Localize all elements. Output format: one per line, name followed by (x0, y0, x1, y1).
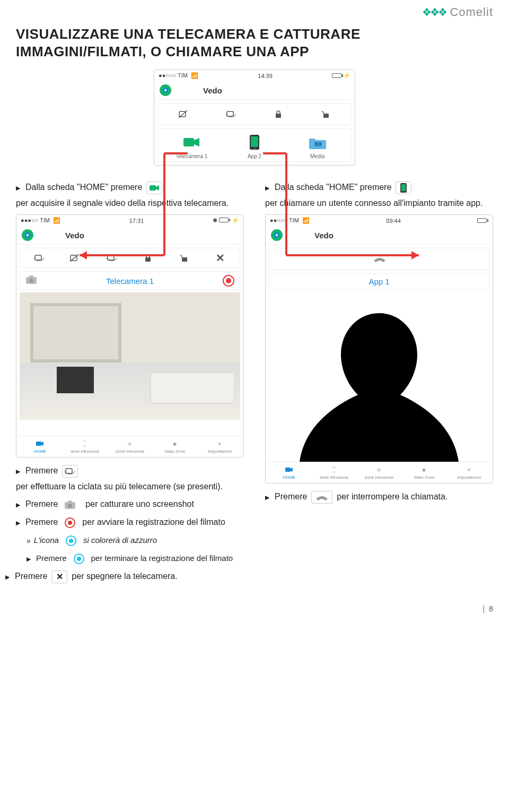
bottom-nav: HOME ▫▫▫▫Aree intrusione ◎Zone intrusion… (16, 436, 243, 457)
lock-open-icon[interactable] (178, 253, 190, 263)
home-item-app[interactable]: App 2 (233, 134, 276, 159)
cycle-icon (62, 465, 78, 478)
svg-rect-48 (285, 468, 291, 472)
page-number: 8 (489, 604, 493, 613)
svg-point-9 (254, 148, 255, 149)
svg-point-38 (68, 504, 72, 508)
svg-marker-34 (41, 442, 43, 446)
svg-rect-31 (29, 275, 33, 278)
svg-rect-29 (182, 257, 187, 262)
left-bullet-off: ▶ Premere ✕ per spegnere la telecamera. (5, 571, 244, 583)
nav-home[interactable]: HOME (24, 439, 56, 454)
svg-point-11 (315, 143, 317, 145)
status-bar: ●●○○○ TIM 📶 14:39 ⚡ (154, 70, 355, 81)
call-toolbar (269, 248, 489, 270)
nav-settings[interactable]: ✕Impostazioni (453, 465, 485, 480)
svg-rect-28 (145, 257, 151, 262)
nav-stato[interactable]: ◉Stato Zone (408, 465, 440, 480)
svg-point-32 (29, 279, 33, 283)
hangup-icon (311, 491, 332, 504)
page-footer: |8 (16, 604, 493, 613)
svg-rect-24 (35, 255, 41, 260)
record-button[interactable] (223, 275, 234, 287)
section-title: VISUALIZZARE UNA TELECAMERA E CATTURARE … (16, 25, 493, 60)
brand-logo: ❖❖❖ Comelit (16, 5, 493, 19)
home-items-row: Telecamera 1 App 2 Media (157, 128, 352, 162)
right-bullet-hangup: ▶ Premere per interrompere la chiamata. (265, 491, 493, 504)
cycle-icon[interactable] (225, 109, 238, 119)
home-item-media[interactable]: Media (296, 134, 339, 159)
app-titlebar: Vedo (266, 226, 493, 245)
mute-camera-icon[interactable] (178, 109, 190, 119)
svg-rect-27 (108, 255, 114, 260)
camera-toolbar: ✕ (20, 248, 240, 268)
record-blue-icon (63, 534, 79, 547)
nav-aree[interactable]: ▫▫▫▫Aree intrusione (69, 439, 101, 454)
nav-zone[interactable]: ◎Zone intrusione (363, 465, 395, 480)
right-column: ▶ Dalla scheda "HOME" premere per chiama… (265, 182, 493, 589)
app-titlebar: Vedo (16, 226, 243, 245)
nav-aree[interactable]: ▫▫▫▫Aree intrusione (318, 465, 350, 480)
app-logo-icon (271, 229, 283, 241)
svg-point-12 (319, 143, 321, 145)
app-logo-icon (160, 84, 171, 96)
mute-camera-icon[interactable] (69, 253, 82, 263)
nav-zone[interactable]: ◎Zone intrusione (114, 439, 146, 454)
svg-point-44 (77, 557, 81, 561)
call-title-bar: App 1 (269, 273, 489, 290)
nav-home[interactable]: HOME (273, 465, 305, 480)
lock-closed-icon[interactable] (142, 253, 154, 263)
svg-rect-4 (323, 114, 329, 118)
avatar-silhouette (269, 292, 489, 462)
svg-point-42 (69, 539, 73, 543)
app-name-label: App 1 (368, 277, 389, 286)
record-red-icon (62, 516, 78, 529)
svg-rect-35 (66, 469, 72, 473)
cycle2-icon[interactable] (106, 253, 118, 263)
bottom-nav: HOME ▫▫▫▫Aree intrusione ◎Zone intrusion… (266, 462, 493, 483)
svg-rect-37 (68, 500, 72, 503)
close-icon: ✕ (51, 571, 67, 583)
screenshot-icon (62, 498, 78, 511)
svg-rect-22 (150, 185, 156, 191)
toolbar (157, 103, 352, 125)
lock-open-icon[interactable] (319, 109, 332, 119)
svg-point-40 (68, 521, 72, 525)
svg-marker-23 (156, 185, 159, 191)
svg-rect-46 (401, 184, 406, 191)
svg-rect-33 (36, 442, 41, 446)
status-bar: ●●●○○ TIM 📶 17:31 ✱ ⚡ (16, 215, 243, 226)
nav-settings[interactable]: ✕Impostazioni (204, 439, 236, 454)
record-blue-icon (71, 552, 87, 565)
cycle-icon[interactable] (33, 253, 46, 263)
left-bullet-screenshot: ▶Premere per catturare uno screenshot (16, 498, 244, 511)
phone-app-icon (396, 182, 411, 194)
lock-closed-icon[interactable] (272, 109, 285, 119)
camera-feed-image (20, 292, 240, 420)
left-sub-stop: ▶ Premere per terminare la registrazione… (27, 552, 244, 565)
left-sub-note: » L'icona si colorerà di azzurro (27, 534, 244, 547)
phone-mockup-home: ●●○○○ TIM 📶 14:39 ⚡ Vedo Telecamera 1 Ap… (154, 70, 355, 166)
left-bullet-record: ▶ Premere per avviare la registrazione d… (16, 516, 244, 529)
home-item-camera[interactable]: Telecamera 1 (170, 134, 213, 159)
left-bullet-cycle: ▶ Premere per effettuare la ciclata su p… (16, 465, 244, 493)
left-intro: ▶ Dalla scheda "HOME" premere per acquis… (16, 182, 244, 209)
close-icon[interactable]: ✕ (214, 253, 227, 263)
svg-rect-5 (183, 138, 194, 146)
phone-mockup-call: ●●○○○ TIM 📶 09:44 Vedo App 1 HOME (265, 214, 493, 483)
hangup-icon[interactable] (373, 254, 385, 264)
svg-rect-2 (227, 111, 233, 116)
app-logo-icon (22, 229, 33, 241)
phone-mockup-camera: ●●●○○ TIM 📶 17:31 ✱ ⚡ Vedo ✕ Telecamera … (16, 214, 244, 457)
svg-marker-6 (194, 138, 199, 146)
right-intro: ▶ Dalla scheda "HOME" premere per chiama… (265, 182, 493, 209)
camera-icon (146, 182, 162, 194)
nav-stato[interactable]: ◉Stato Zone (159, 439, 191, 454)
screenshot-icon[interactable] (25, 275, 37, 287)
svg-rect-3 (276, 114, 281, 118)
left-column: ▶ Dalla scheda "HOME" premere per acquis… (16, 182, 244, 589)
app-titlebar: Vedo (154, 81, 355, 100)
camera-title-bar: Telecamera 1 (20, 271, 240, 290)
svg-rect-8 (251, 136, 258, 147)
svg-marker-49 (291, 468, 293, 472)
